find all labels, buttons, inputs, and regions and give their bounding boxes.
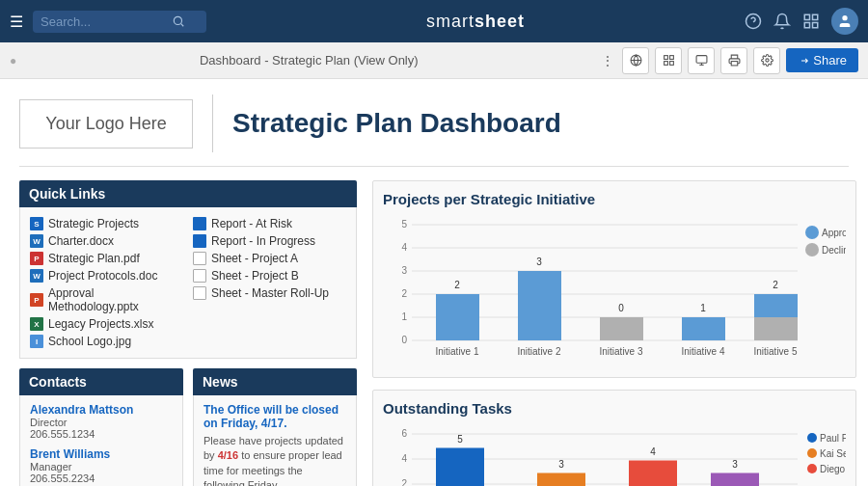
list-item[interactable]: Sheet - Project A: [193, 250, 346, 267]
bar-kai-senjima: [537, 473, 585, 487]
svg-text:1: 1: [401, 311, 407, 322]
contact-item: Brent Williams Manager 206.555.2234: [30, 447, 173, 484]
links-col-1: S Strategic Projects W Charter.docx P St…: [30, 215, 183, 350]
contact-name-1[interactable]: Alexandra Mattson: [30, 403, 173, 417]
app-title: smartsheet: [216, 12, 735, 32]
svg-text:Initiative 3: Initiative 3: [599, 346, 642, 357]
toolbar-more-icon[interactable]: ⋮: [601, 53, 614, 68]
link-icon-at-risk: [193, 217, 206, 230]
svg-text:5: 5: [457, 434, 463, 445]
svg-rect-6: [804, 23, 809, 28]
share-button[interactable]: Share: [786, 48, 858, 72]
svg-rect-5: [813, 14, 818, 19]
bar-paul-finley: [436, 448, 484, 487]
svg-point-44: [805, 243, 819, 256]
dashboard-title: Strategic Plan Dashboard: [232, 108, 561, 139]
list-item[interactable]: Sheet - Project B: [193, 267, 346, 284]
bar-initiative4-approved: [682, 317, 725, 340]
print-button[interactable]: [720, 47, 747, 74]
nav-right-icons: [745, 8, 858, 35]
grid-icon[interactable]: [802, 13, 820, 30]
svg-rect-18: [731, 62, 738, 66]
projects-chart-title: Projects per Strategic Initiative: [383, 191, 846, 207]
left-column: Quick Links S Strategic Projects W Chart…: [19, 180, 357, 486]
list-item[interactable]: S Strategic Projects: [30, 215, 183, 232]
settings-button[interactable]: [753, 47, 780, 74]
list-item[interactable]: P Strategic Plan.pdf: [30, 250, 183, 267]
logo-text: Your Logo Here: [45, 114, 166, 133]
svg-text:6: 6: [401, 428, 407, 439]
user-avatar[interactable]: [831, 8, 858, 35]
list-item[interactable]: Sheet - Master Roll-Up: [193, 284, 346, 302]
help-icon[interactable]: [745, 13, 762, 30]
svg-text:4: 4: [650, 446, 656, 457]
svg-text:3: 3: [732, 459, 738, 470]
contact-item: Alexandra Mattson Director 206.555.1234: [30, 403, 173, 440]
bar-initiative5-approved: [754, 294, 798, 317]
globe-button[interactable]: [622, 47, 649, 74]
list-item[interactable]: X Legacy Projects.xlsx: [30, 315, 183, 333]
svg-text:Initiative 1: Initiative 1: [435, 346, 478, 357]
svg-text:3: 3: [536, 256, 542, 267]
news-header: News: [193, 368, 357, 395]
bar-initiative2-approved: [518, 271, 561, 340]
header-row: Your Logo Here Strategic Plan Dashboard: [19, 94, 849, 167]
list-item[interactable]: Report - At Risk: [193, 215, 346, 232]
svg-text:2: 2: [454, 280, 460, 290]
list-item[interactable]: I School Logo.jpg: [30, 333, 183, 350]
quick-links-section: Quick Links S Strategic Projects W Chart…: [19, 180, 357, 359]
search-bar: [33, 11, 206, 33]
list-item[interactable]: W Project Protocols.doc: [30, 267, 183, 284]
svg-point-8: [842, 15, 847, 20]
link-icon-master-rollup: [193, 286, 206, 300]
quick-links-header: Quick Links: [19, 180, 357, 207]
svg-rect-11: [664, 56, 667, 60]
print-icon: [728, 54, 741, 67]
svg-text:2: 2: [401, 288, 407, 299]
svg-text:Initiative 4: Initiative 4: [681, 346, 724, 357]
list-item[interactable]: W Charter.docx: [30, 232, 183, 250]
link-icon-strategic: S: [30, 217, 43, 230]
svg-line-1: [181, 24, 184, 27]
bar-initiative1-approved: [436, 294, 479, 340]
layout-button[interactable]: [655, 47, 682, 74]
link-icon-strategic-plan: P: [30, 252, 43, 265]
svg-text:3: 3: [401, 265, 407, 276]
svg-rect-4: [804, 14, 809, 19]
header-divider: [212, 94, 213, 152]
monitor-icon: [695, 54, 708, 67]
svg-point-62: [807, 464, 817, 473]
news-headline[interactable]: The Office will be closed on Friday, 4/1…: [203, 403, 346, 430]
link-icon-project-a: [193, 252, 206, 265]
svg-rect-15: [696, 56, 707, 64]
link-icon-protocols: W: [30, 269, 43, 283]
share-icon: [798, 55, 809, 67]
link-icon-project-b: [193, 269, 206, 283]
list-item[interactable]: P Approval Methodology.pptx: [30, 284, 183, 315]
list-item[interactable]: Report - In Progress: [193, 232, 346, 250]
search-input[interactable]: [41, 14, 166, 29]
toolbar-title: Dashboard - Strategic Plan (View Only): [22, 53, 595, 68]
svg-text:5: 5: [401, 219, 407, 230]
news-body: The Office will be closed on Friday, 4/1…: [193, 395, 357, 486]
contact-role-2: Manager: [30, 461, 173, 472]
contact-name-2[interactable]: Brent Williams: [30, 447, 173, 461]
svg-text:Initiative 2: Initiative 2: [517, 346, 560, 357]
svg-rect-14: [669, 62, 673, 66]
title-part1: smart: [426, 12, 475, 31]
projects-chart-panel: Projects per Strategic Initiative 0 1 2: [372, 180, 856, 378]
news-text: Please have projects updated by 4/16 to …: [203, 434, 346, 486]
bell-icon[interactable]: [773, 13, 791, 30]
svg-point-58: [807, 433, 817, 443]
links-grid: S Strategic Projects W Charter.docx P St…: [30, 215, 346, 350]
link-icon-logo: I: [30, 335, 43, 348]
svg-point-19: [766, 59, 769, 62]
title-part2: sheet: [475, 12, 525, 31]
tasks-chart-panel: Outstanding Tasks 0 2 4 6: [372, 390, 856, 486]
svg-text:0: 0: [401, 335, 407, 345]
contacts-header: Contacts: [19, 368, 183, 395]
monitor-button[interactable]: [688, 47, 715, 74]
hamburger-icon[interactable]: ☰: [10, 13, 23, 31]
svg-rect-13: [664, 62, 667, 66]
link-icon-legacy: X: [30, 317, 43, 331]
